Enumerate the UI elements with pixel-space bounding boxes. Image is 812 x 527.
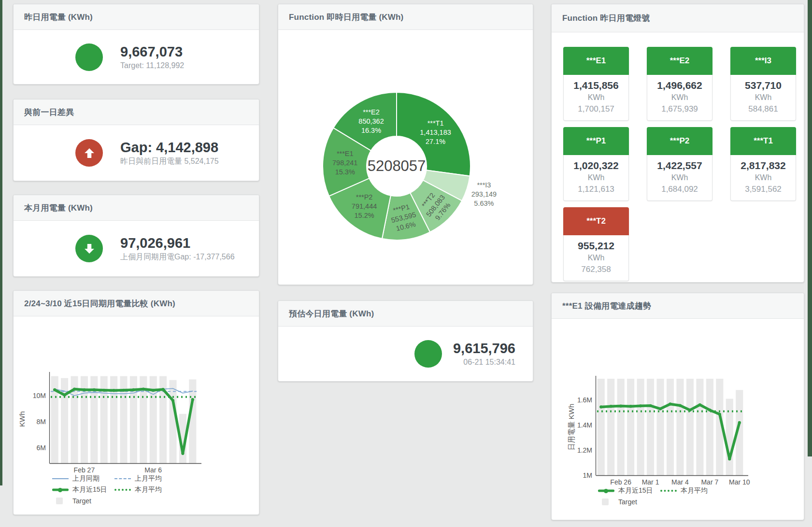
axis-tick-label: 791,444 xyxy=(352,202,377,210)
lamp-tile-***E2[interactable]: ***E21,496,662KWh1,675,939 xyxy=(647,47,712,121)
panel-month-usage: 本月用電量 (KWh) 97,026,961 上個月同期用電Gap: -17,3… xyxy=(13,195,259,277)
legend-marker xyxy=(52,498,69,504)
axis-tick-label: 10M xyxy=(33,392,46,399)
data-point xyxy=(738,421,741,424)
legend-item-上月平均[interactable]: 上月平均 xyxy=(114,474,177,483)
legend-item-本月平均[interactable]: 本月平均 xyxy=(114,485,177,494)
data-point xyxy=(639,404,642,407)
stat-subtitle: Target: 11,128,992 xyxy=(120,60,184,71)
data-point xyxy=(113,389,115,392)
panel-title: 與前一日差異 xyxy=(24,107,74,118)
axis-tick-label: Mar 6 xyxy=(144,466,162,474)
data-point xyxy=(708,409,711,412)
data-point xyxy=(162,388,165,391)
lamp-tile-ref: 1,121,613 xyxy=(564,183,628,195)
data-point xyxy=(649,404,652,407)
lamp-tile-unit: KWh xyxy=(731,172,796,183)
target-bar xyxy=(637,379,644,475)
chart-y-label: KWh xyxy=(18,411,26,427)
lamp-tile-***P1[interactable]: ***P11,020,322KWh1,121,613 xyxy=(563,127,629,201)
panel-title: 昨日用電量 (KWh) xyxy=(24,12,93,23)
data-point xyxy=(659,407,662,410)
axis-tick-label: 1.4M xyxy=(577,421,592,429)
legend-item-Target[interactable]: Target xyxy=(598,498,660,506)
stat-value: 9,667,073 xyxy=(120,43,184,60)
lamp-tile-***T1[interactable]: ***T12,817,832KWh3,591,562 xyxy=(730,127,796,201)
axis-tick-label: 1,413,183 xyxy=(420,128,451,136)
lamp-tile-body: 2,817,832KWh3,591,562 xyxy=(730,155,796,201)
legend-marker xyxy=(52,475,69,482)
lamp-tile-unit: KWh xyxy=(564,92,628,103)
axis-tick-label: Mar 7 xyxy=(701,478,718,486)
lamp-tile-header: ***E2 xyxy=(647,47,712,75)
axis-tick-label: 16.3% xyxy=(361,127,381,134)
legend: 本月近15日本月平均Target xyxy=(598,485,723,508)
lamp-tile-***E1[interactable]: ***E11,415,856KWh1,700,157 xyxy=(563,47,629,121)
right-edge-strip xyxy=(808,0,812,456)
axis-tick-label: Mar 1 xyxy=(642,478,659,486)
axis-tick-label: 15.3% xyxy=(335,168,355,176)
donut-chart[interactable]: ***T11,413,18327.1%***I3293,1495.63%***T… xyxy=(278,4,533,285)
lamp-tile-ref: 1,675,939 xyxy=(647,103,712,115)
data-point xyxy=(142,388,145,391)
stat-subtitle: 上個月同期用電Gap: -17,377,566 xyxy=(120,251,235,262)
legend-label: 本月近15日 xyxy=(618,486,653,495)
legend-item-Target[interactable]: Target xyxy=(52,497,114,505)
lamp-tile-***T2[interactable]: ***T2955,212KWh762,358 xyxy=(563,207,629,281)
legend-label: 本月平均 xyxy=(681,486,708,495)
up-arrow-icon xyxy=(83,146,96,160)
axis-tick-label: 15.2% xyxy=(355,212,374,219)
lamp-tile-***I3[interactable]: ***I3537,710KWh584,861 xyxy=(730,47,796,121)
lamp-tile-ref: 1,700,157 xyxy=(564,103,628,115)
lamp-tile-body: 1,422,557KWh1,684,092 xyxy=(647,155,712,201)
target-bar xyxy=(696,379,703,475)
panel-e1-trend: ***E1 設備用電達成趨勢 1M1.2M1.4M1.6MFeb 26Mar 1… xyxy=(551,293,804,520)
axis-tick-label: ***I3 xyxy=(477,181,491,189)
lamp-tile-***P2[interactable]: ***P21,422,557KWh1,684,092 xyxy=(647,127,712,201)
data-point xyxy=(191,398,194,401)
lamp-tile-unit: KWh xyxy=(647,92,712,103)
legend-item-上月同期[interactable]: 上月同期 xyxy=(52,474,114,483)
lamp-tile-ref: 1,684,092 xyxy=(647,183,712,195)
data-point xyxy=(152,389,155,392)
axis-tick-label: 1.2M xyxy=(577,446,592,454)
target-bar xyxy=(169,380,176,463)
panel-realtime-donut: Function 即時日用電量 (KWh) ***T11,413,18327.1… xyxy=(278,4,533,285)
lamp-tile-header: ***I3 xyxy=(730,47,796,75)
lamp-tile-ref: 584,861 xyxy=(731,103,796,115)
green-status-circle-icon xyxy=(414,340,442,368)
axis-tick-label: ***T1 xyxy=(427,119,444,127)
data-point xyxy=(718,413,721,415)
donut-slice-label: ***I3293,1495.63% xyxy=(471,181,497,207)
legend-item-本月近15日[interactable]: 本月近15日 xyxy=(52,485,114,494)
target-bar xyxy=(656,379,664,475)
stat-row: Gap: 4,142,898 昨日與前日用電量 5,524,175 xyxy=(14,125,259,181)
panel-header: Function 昨日用電燈號 xyxy=(552,4,804,32)
lamp-tile-body: 537,710KWh584,861 xyxy=(730,75,796,121)
lamp-tile-value: 1,422,557 xyxy=(647,159,712,172)
chart-y-label: 日用電量 KWh xyxy=(567,404,575,451)
stat-subtitle: 昨日與前日用電量 5,524,175 xyxy=(120,156,219,167)
axis-tick-label: Feb 26 xyxy=(610,478,631,486)
legend-label: 上月平均 xyxy=(135,474,162,483)
axis-tick-label: Feb 27 xyxy=(74,466,95,474)
axis-tick-label: 27.1% xyxy=(426,138,445,145)
data-point xyxy=(102,389,105,392)
green-circle-down-arrow-icon xyxy=(75,235,103,262)
target-bar xyxy=(617,379,625,475)
data-point xyxy=(629,405,632,408)
axis-tick-label: Mar 4 xyxy=(671,478,689,486)
legend-marker xyxy=(660,487,677,494)
lamp-tile-header: ***T1 xyxy=(730,127,796,155)
legend-item-本月平均[interactable]: 本月平均 xyxy=(660,486,723,495)
axis-tick-label: 1.6M xyxy=(577,396,592,404)
data-point xyxy=(171,399,174,402)
stat-row: 9,667,073 Target: 11,128,992 xyxy=(14,30,259,84)
data-point xyxy=(93,388,96,391)
panel-header: 昨日用電量 (KWh) xyxy=(14,4,259,30)
axis-tick-label: 8M xyxy=(37,418,46,426)
data-point xyxy=(619,405,622,408)
legend-item-本月近15日[interactable]: 本月近15日 xyxy=(598,486,660,495)
legend-marker xyxy=(598,487,614,494)
dashboard: 昨日用電量 (KWh) 9,667,073 Target: 11,128,992… xyxy=(0,0,812,527)
